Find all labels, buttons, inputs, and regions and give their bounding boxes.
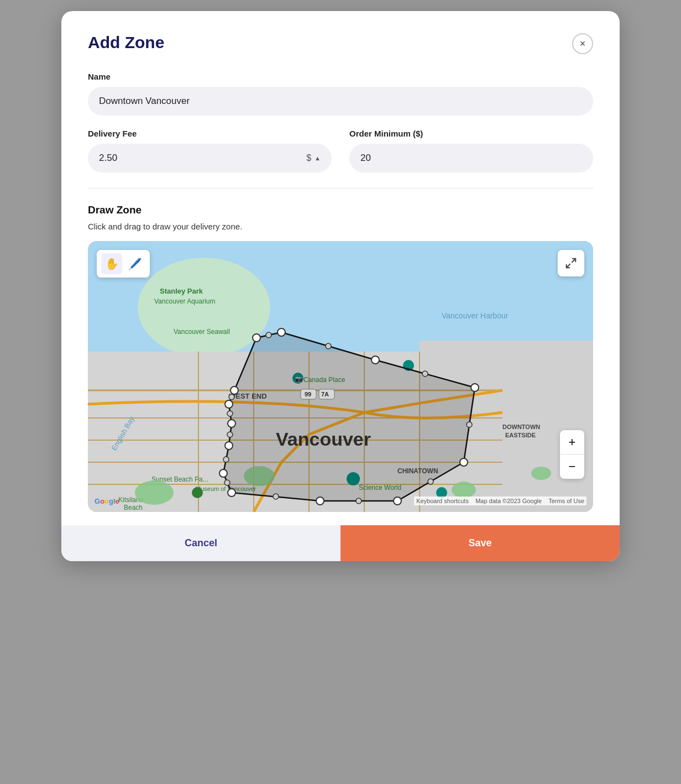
fee-suffix: $ ▲ — [306, 153, 321, 163]
order-minimum-label: Order Minimum ($) — [349, 129, 593, 138]
overlay: Add Zone × Name Delivery Fee $ — [0, 0, 681, 784]
svg-point-53 — [219, 469, 227, 477]
delivery-fee-col: Delivery Fee $ ▲ — [88, 129, 332, 173]
modal-header: Add Zone × — [88, 33, 593, 54]
close-button[interactable]: × — [572, 33, 593, 54]
delivery-fee-label: Delivery Fee — [88, 129, 332, 138]
google-logo: Google — [95, 497, 119, 505]
svg-text:EASTSIDE: EASTSIDE — [505, 432, 536, 438]
svg-point-1 — [138, 258, 270, 357]
svg-point-50 — [394, 497, 401, 505]
svg-point-69 — [229, 394, 234, 400]
svg-point-52 — [228, 489, 235, 496]
map-attribution: Keyboard shortcuts Map data ©2023 Google… — [414, 496, 586, 505]
svg-point-57 — [231, 386, 238, 394]
modal-body: Add Zone × Name Delivery Fee $ — [61, 11, 620, 512]
name-input[interactable] — [88, 87, 593, 116]
map-toolbar: ✋ 🖊️ — [97, 250, 150, 278]
arrows: ▲ — [315, 155, 321, 161]
cancel-button[interactable]: Cancel — [61, 525, 340, 561]
svg-point-66 — [223, 457, 229, 462]
terms-text: Terms of Use — [548, 498, 584, 504]
svg-text:Beach: Beach — [124, 504, 143, 511]
svg-point-48 — [471, 384, 479, 391]
zoom-out-button[interactable]: − — [560, 454, 584, 479]
hand-tool-button[interactable]: ✋ — [101, 253, 122, 274]
svg-point-46 — [277, 328, 285, 336]
arrow-up: ▲ — [315, 155, 321, 161]
svg-point-62 — [428, 479, 433, 484]
svg-text:Vancouver Aquarium: Vancouver Aquarium — [154, 297, 216, 305]
modal-title: Add Zone — [88, 33, 164, 52]
draw-tool-button[interactable]: 🖊️ — [124, 253, 145, 274]
svg-point-43 — [192, 487, 203, 498]
delivery-fee-wrapper: $ ▲ — [88, 144, 332, 173]
svg-point-60 — [422, 371, 428, 377]
svg-point-67 — [227, 432, 233, 437]
svg-point-65 — [224, 480, 230, 485]
svg-text:DOWNTOWN: DOWNTOWN — [502, 424, 540, 430]
svg-point-55 — [228, 420, 235, 427]
svg-point-59 — [326, 343, 331, 349]
svg-point-37 — [531, 467, 551, 480]
svg-point-58 — [266, 332, 271, 338]
map-svg: English Bay Vancouver Harbour Stanley Pa… — [88, 241, 593, 512]
fee-row: Delivery Fee $ ▲ Order Minimum ($) — [88, 129, 593, 173]
svg-point-51 — [316, 497, 324, 505]
map-expand-button[interactable] — [558, 250, 584, 276]
svg-point-49 — [460, 458, 468, 466]
svg-point-64 — [273, 494, 279, 499]
currency-symbol: $ — [306, 153, 311, 163]
order-minimum-col: Order Minimum ($) — [349, 129, 593, 173]
modal-footer: Cancel Save — [61, 525, 620, 561]
map-data-text: Map data ©2023 Google — [475, 498, 542, 504]
svg-point-45 — [253, 334, 260, 342]
svg-point-68 — [227, 411, 233, 416]
map-zoom-controls: + − — [560, 430, 584, 479]
svg-point-54 — [225, 442, 233, 450]
draw-zone-desc: Click and drag to draw your delivery zon… — [88, 222, 593, 231]
divider — [88, 188, 593, 189]
name-label: Name — [88, 72, 593, 81]
keyboard-shortcuts-text: Keyboard shortcuts — [416, 498, 469, 504]
map-container[interactable]: English Bay Vancouver Harbour Stanley Pa… — [88, 241, 593, 512]
svg-text:Vancouver Seawall: Vancouver Seawall — [174, 328, 230, 336]
svg-text:Stanley Park: Stanley Park — [160, 287, 203, 295]
save-button[interactable]: Save — [340, 525, 620, 561]
svg-point-34 — [135, 480, 174, 505]
name-section: Name — [88, 72, 593, 116]
delivery-fee-input[interactable] — [88, 144, 332, 173]
svg-point-47 — [371, 356, 379, 364]
zoom-in-button[interactable]: + — [560, 430, 584, 454]
draw-zone-section: Draw Zone Click and drag to draw your de… — [88, 204, 593, 512]
svg-text:Vancouver Harbour: Vancouver Harbour — [442, 311, 509, 320]
svg-point-63 — [356, 498, 362, 504]
modal-dialog: Add Zone × Name Delivery Fee $ — [61, 11, 620, 561]
svg-point-56 — [225, 400, 233, 408]
svg-point-36 — [452, 482, 476, 498]
order-minimum-input[interactable] — [349, 144, 593, 173]
svg-point-61 — [467, 422, 472, 427]
draw-zone-title: Draw Zone — [88, 204, 593, 216]
